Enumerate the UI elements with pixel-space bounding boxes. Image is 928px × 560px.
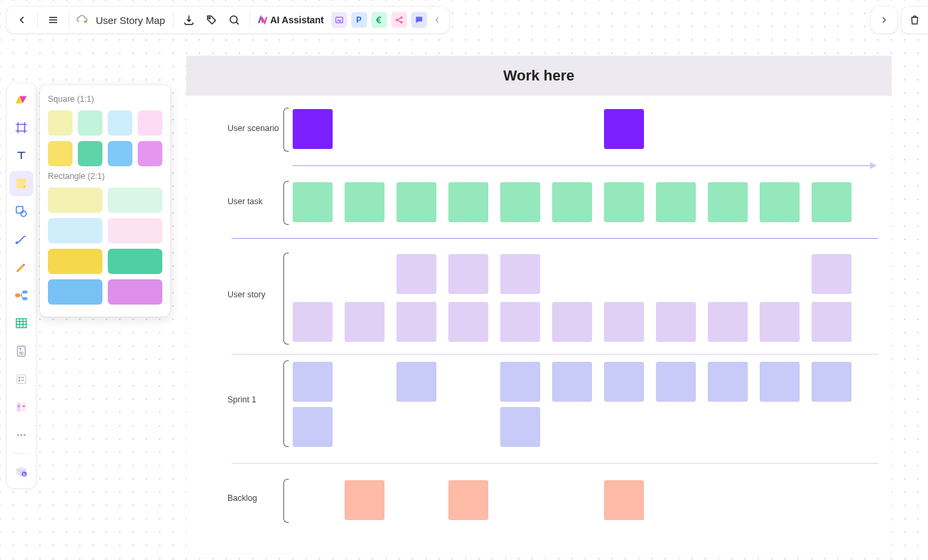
sprint-cards-row1: [293, 362, 851, 402]
frame-tool[interactable]: [9, 115, 33, 140]
story-card[interactable]: [448, 254, 488, 294]
sprint-card[interactable]: [812, 362, 851, 402]
sprint-bracket: [283, 360, 289, 447]
empty-slot: [760, 109, 800, 149]
menu-button[interactable]: [42, 9, 65, 31]
comment-chip[interactable]: [411, 12, 427, 28]
story-card[interactable]: [345, 302, 385, 342]
list-tool[interactable]: [9, 366, 33, 392]
rectangle-swatch[interactable]: [108, 279, 162, 305]
story-card[interactable]: [396, 302, 436, 342]
story-card[interactable]: [760, 302, 800, 342]
sprint-card[interactable]: [500, 407, 540, 447]
task-card[interactable]: [500, 182, 540, 222]
mindmap-tool[interactable]: [9, 283, 33, 308]
task-card[interactable]: [708, 182, 748, 222]
table-tool[interactable]: [9, 311, 33, 336]
story-card[interactable]: [293, 302, 333, 342]
search-button[interactable]: [223, 9, 245, 31]
backlog-card[interactable]: [345, 480, 385, 520]
rectangle-swatch[interactable]: [48, 188, 102, 213]
rectangle-swatch[interactable]: [108, 249, 162, 274]
kanban-tool[interactable]: [9, 394, 33, 420]
more-tools[interactable]: [9, 422, 33, 448]
empty-slot: [708, 109, 748, 149]
sprint-card[interactable]: [293, 362, 333, 402]
rectangle-swatch[interactable]: [48, 279, 102, 305]
doc-tool[interactable]: T: [9, 339, 33, 364]
story-card[interactable]: [604, 302, 644, 342]
task-card[interactable]: [396, 182, 436, 222]
list-color-icon: [15, 372, 28, 386]
sprint-card[interactable]: [656, 362, 696, 402]
rectangle-swatch[interactable]: [108, 218, 162, 243]
rectangle-swatch[interactable]: [48, 249, 102, 274]
task-card[interactable]: [760, 182, 800, 222]
collapse-chips-button[interactable]: [429, 9, 445, 31]
scenario-card[interactable]: [604, 109, 644, 149]
square-swatch[interactable]: [138, 110, 162, 136]
square-swatch[interactable]: [108, 141, 132, 166]
backlog-bracket: [283, 479, 289, 523]
next-panel-button[interactable]: [871, 7, 897, 33]
insert-image-chip[interactable]: [331, 12, 347, 28]
text-tool[interactable]: [9, 143, 33, 168]
sprint-card[interactable]: [500, 362, 540, 402]
story-card[interactable]: [500, 302, 540, 342]
logo-tool[interactable]: [9, 87, 33, 112]
backlog-cards: [293, 480, 851, 520]
story-card[interactable]: [812, 302, 851, 342]
story-map-board[interactable]: Work here User scenario User task User s…: [186, 56, 891, 553]
sprint-card[interactable]: [396, 362, 436, 402]
story-card[interactable]: [552, 302, 592, 342]
shopping-button[interactable]: [901, 7, 928, 33]
shape-tool[interactable]: [9, 199, 33, 224]
tag-button[interactable]: [200, 9, 223, 31]
story-card[interactable]: [500, 254, 540, 294]
rectangle-swatch[interactable]: [48, 218, 102, 243]
task-card[interactable]: [552, 182, 592, 222]
square-swatch[interactable]: [48, 141, 73, 166]
task-card[interactable]: [656, 182, 696, 222]
sprint-card[interactable]: [708, 362, 748, 402]
templates-tool[interactable]: b: [9, 459, 33, 484]
scenario-card[interactable]: [293, 109, 333, 149]
connector-tool[interactable]: [9, 227, 33, 252]
document-title[interactable]: User Story Map: [92, 15, 169, 26]
story-card[interactable]: [656, 302, 696, 342]
euro-chip[interactable]: [371, 12, 387, 28]
task-card[interactable]: [812, 182, 851, 222]
task-card[interactable]: [448, 182, 488, 222]
sprint-card[interactable]: [604, 362, 644, 402]
share-chip[interactable]: [391, 12, 407, 28]
square-swatch[interactable]: [78, 141, 102, 166]
empty-slot: [656, 254, 696, 294]
euro-icon: [375, 15, 384, 25]
backlog-card[interactable]: [604, 480, 644, 520]
back-button[interactable]: [11, 9, 33, 31]
story-card[interactable]: [708, 302, 748, 342]
ai-assistant-button[interactable]: AI Assistant: [254, 14, 329, 26]
backlog-card[interactable]: [448, 480, 488, 520]
square-swatch[interactable]: [78, 110, 102, 136]
rectangle-swatch[interactable]: [108, 188, 162, 213]
pen-tool[interactable]: [9, 255, 33, 280]
sticky-note-tool[interactable]: [9, 171, 33, 196]
task-card[interactable]: [345, 182, 385, 222]
story-card[interactable]: [448, 302, 488, 342]
sprint-card[interactable]: [293, 407, 333, 447]
story-card[interactable]: [396, 254, 436, 294]
ai-assistant-label: AI Assistant: [269, 15, 329, 25]
download-button[interactable]: [178, 9, 200, 31]
cloud-icon: [76, 13, 89, 27]
square-swatch[interactable]: [138, 141, 162, 166]
sprint-card[interactable]: [760, 362, 800, 402]
sprint-card[interactable]: [552, 362, 592, 402]
cloud-sync-button[interactable]: [73, 9, 92, 31]
story-card[interactable]: [812, 254, 851, 294]
square-swatch[interactable]: [108, 110, 132, 136]
task-card[interactable]: [293, 182, 333, 222]
parking-chip[interactable]: P: [351, 12, 367, 28]
square-swatch[interactable]: [48, 110, 73, 136]
task-card[interactable]: [604, 182, 644, 222]
